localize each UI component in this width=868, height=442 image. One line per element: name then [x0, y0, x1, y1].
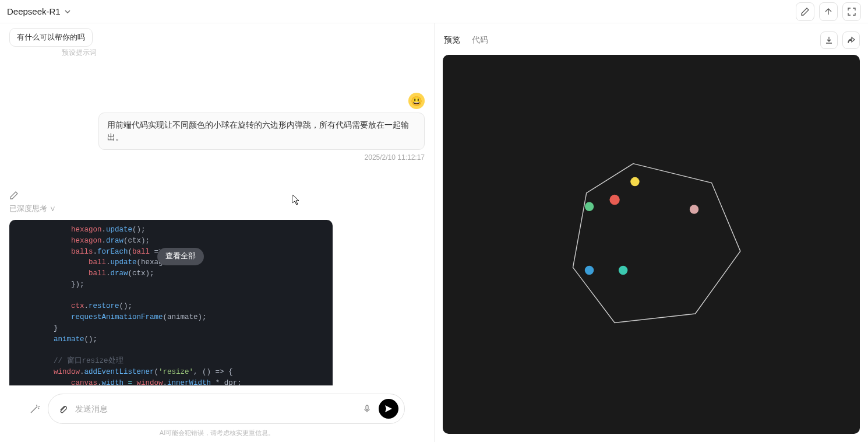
edit-message-button[interactable] — [9, 191, 425, 200]
expand-header-button[interactable] — [842, 2, 861, 21]
download-icon — [824, 36, 834, 45]
microphone-icon — [362, 404, 372, 413]
svg-point-6 — [585, 266, 594, 275]
magic-wand-button[interactable] — [29, 403, 41, 415]
preview-panel: 预览 代码 — [434, 23, 868, 442]
paperclip-icon — [58, 404, 68, 414]
hexagon-animation — [443, 55, 860, 434]
svg-point-5 — [690, 205, 698, 213]
model-selector[interactable]: Deepseek-R1 — [7, 6, 71, 16]
tab-code[interactable]: 代码 — [471, 33, 489, 48]
disclaimer-text: AI可能会犯错误，请考虑核实更重信息。 — [29, 429, 405, 437]
pencil-icon — [800, 7, 810, 16]
svg-point-2 — [630, 177, 639, 186]
user-message-bubble: 用前端代码实现让不同颜色的小球在旋转的六边形内弹跳，所有代码需要放在一起输出。 — [98, 113, 425, 150]
send-icon — [384, 404, 393, 413]
code-block: hexagon.update(); hexagon.draw(ctx); bal… — [9, 220, 333, 385]
chevron-down-icon — [64, 8, 71, 15]
attach-button[interactable] — [58, 404, 68, 414]
share-header-button[interactable] — [819, 2, 838, 21]
expand-icon — [847, 7, 856, 16]
svg-rect-0 — [366, 405, 368, 410]
preset-hint[interactable]: 预设提示词 — [62, 48, 425, 58]
svg-point-3 — [585, 202, 594, 211]
tab-preview[interactable]: 预览 — [443, 33, 461, 48]
main-content: 有什么可以帮你的吗 预设提示词 😃 用前端代码实现让不同颜色的小球在旋转的六边形… — [0, 23, 868, 442]
svg-marker-1 — [573, 164, 740, 323]
preview-actions — [820, 31, 860, 49]
svg-point-7 — [619, 266, 627, 275]
message-input-box — [48, 394, 405, 424]
greeting-bubble: 有什么可以帮你的吗 — [9, 28, 93, 47]
message-input[interactable] — [75, 404, 355, 413]
model-name: Deepseek-R1 — [7, 6, 61, 16]
svg-point-4 — [609, 195, 619, 205]
share-arrow-icon — [846, 36, 856, 45]
message-timestamp: 2025/2/10 11:12:17 — [9, 153, 425, 162]
chat-panel: 有什么可以帮你的吗 预设提示词 😃 用前端代码实现让不同颜色的小球在旋转的六边形… — [0, 23, 434, 442]
magic-wand-icon — [29, 403, 41, 415]
send-button[interactable] — [379, 399, 398, 419]
preview-canvas — [443, 55, 860, 434]
view-all-button[interactable]: 查看全部 — [157, 248, 204, 265]
chat-scroll-area[interactable]: 有什么可以帮你的吗 预设提示词 😃 用前端代码实现让不同颜色的小球在旋转的六边形… — [0, 23, 434, 385]
pencil-icon — [9, 191, 19, 200]
edit-header-button[interactable] — [796, 2, 814, 21]
input-area: AI可能会犯错误，请考虑核实更重信息。 — [0, 385, 434, 442]
header-actions — [796, 2, 861, 21]
preview-header: 预览 代码 — [443, 31, 860, 49]
download-button[interactable] — [820, 31, 838, 49]
app-header: Deepseek-R1 — [0, 0, 868, 23]
mic-button[interactable] — [362, 404, 372, 413]
preview-tabs: 预览 代码 — [443, 33, 489, 48]
share-preview-button[interactable] — [842, 31, 860, 49]
user-avatar: 😃 — [408, 93, 425, 109]
share-icon — [824, 7, 833, 16]
thought-toggle[interactable]: 已深度思考 ∨ — [9, 204, 425, 214]
user-avatar-row: 😃 — [9, 93, 425, 109]
